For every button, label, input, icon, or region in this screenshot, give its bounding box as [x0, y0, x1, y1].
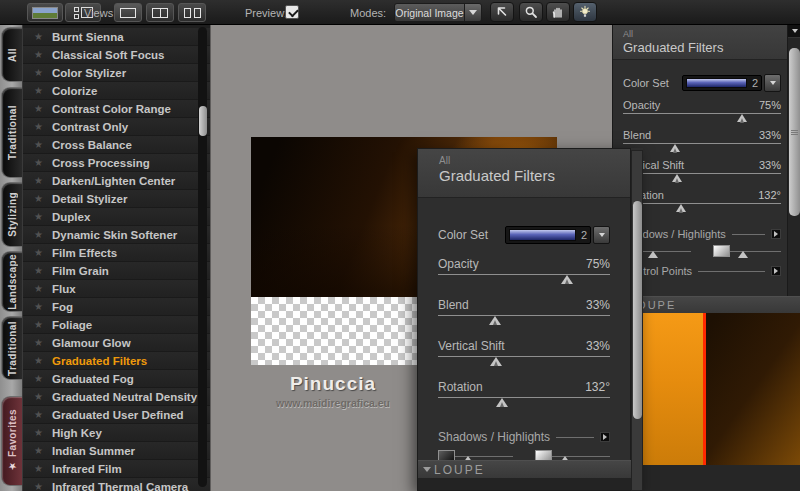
slider-handle[interactable]: [489, 316, 501, 325]
split-view-button[interactable]: [146, 3, 174, 22]
filter-item[interactable]: ★Colorize: [23, 82, 210, 100]
loupe-section-bar[interactable]: LOUPE: [418, 460, 642, 478]
star-icon[interactable]: ★: [34, 373, 45, 384]
filter-item[interactable]: ★Burnt Sienna: [23, 28, 210, 46]
slider-track[interactable]: [623, 203, 781, 212]
category-tab-all[interactable]: All: [1, 27, 22, 82]
star-icon[interactable]: ★: [34, 481, 45, 491]
filter-item[interactable]: ★Glamour Glow: [23, 334, 210, 352]
slider-track[interactable]: [438, 274, 610, 285]
modes-dropdown-arrow-button[interactable]: [464, 4, 481, 21]
filter-item[interactable]: ★Cross Balance: [23, 136, 210, 154]
highlights-slider[interactable]: [713, 245, 781, 257]
modes-dropdown[interactable]: Original Image: [394, 3, 482, 22]
slider-handle[interactable]: [561, 275, 573, 284]
panel-scrollbar-track[interactable]: [787, 25, 800, 296]
slider-handle[interactable]: [676, 204, 686, 212]
slider-handle[interactable]: [670, 144, 680, 152]
preview-checkbox[interactable]: [285, 5, 299, 19]
star-icon[interactable]: ★: [34, 355, 45, 366]
slider-track[interactable]: [438, 356, 610, 367]
star-icon[interactable]: ★: [34, 121, 45, 132]
filter-item[interactable]: ★Cross Processing: [23, 154, 210, 172]
color-set-dropdown-button[interactable]: [764, 74, 781, 92]
category-tab-stylizing[interactable]: Stylizing: [1, 182, 22, 247]
category-tab-landscape[interactable]: Landscape: [1, 251, 22, 312]
thumbnail-view-button[interactable]: [27, 3, 63, 22]
star-icon[interactable]: ★: [34, 103, 45, 114]
pan-tool-button[interactable]: [546, 2, 570, 22]
star-icon[interactable]: ★: [34, 427, 45, 438]
star-icon[interactable]: ★: [34, 85, 45, 96]
star-icon[interactable]: ★: [34, 319, 45, 330]
star-icon[interactable]: ★: [34, 301, 45, 312]
slider-track[interactable]: [438, 315, 610, 326]
scrollbar-arrow-icon[interactable]: [788, 25, 800, 38]
expand-arrow-button[interactable]: [600, 432, 610, 442]
color-set-dropdown-button[interactable]: [593, 226, 610, 244]
expand-arrow-button[interactable]: [771, 229, 781, 239]
filter-item[interactable]: ★Contrast Only: [23, 118, 210, 136]
filter-item[interactable]: ★Foliage: [23, 316, 210, 334]
single-view-button[interactable]: [114, 3, 142, 22]
slider-handle[interactable]: [648, 251, 658, 258]
star-icon[interactable]: ★: [34, 247, 45, 258]
filter-item[interactable]: ★Dynamic Skin Softener: [23, 226, 210, 244]
color-set-swatch-frame[interactable]: 2: [682, 75, 762, 91]
star-icon[interactable]: ★: [34, 229, 45, 240]
filter-item[interactable]: ★Graduated Fog: [23, 370, 210, 388]
slider-track[interactable]: [438, 397, 610, 408]
star-icon[interactable]: ★: [34, 49, 45, 60]
category-tab-traditional[interactable]: Traditional: [1, 316, 22, 380]
star-icon[interactable]: ★: [34, 283, 45, 294]
slider-handle[interactable]: [738, 251, 748, 258]
slider-handle[interactable]: [490, 357, 502, 366]
filter-item[interactable]: ★Duplex: [23, 208, 210, 226]
filter-item[interactable]: ★Contrast Color Range: [23, 100, 210, 118]
slider-track[interactable]: [623, 173, 781, 182]
filter-list-scrollbar-track[interactable]: [198, 27, 207, 487]
filter-item[interactable]: ★Fog: [23, 298, 210, 316]
star-icon[interactable]: ★: [34, 31, 45, 42]
filter-item[interactable]: ★Indian Summer: [23, 442, 210, 460]
star-icon[interactable]: ★: [34, 139, 45, 150]
filter-item[interactable]: ★Graduated User Defined: [23, 406, 210, 424]
star-icon[interactable]: ★: [34, 67, 45, 78]
filter-item[interactable]: ★High Key: [23, 424, 210, 442]
star-icon[interactable]: ★: [34, 175, 45, 186]
filter-item[interactable]: ★Film Grain: [23, 262, 210, 280]
filter-item[interactable]: ★Color Stylizer: [23, 64, 210, 82]
star-icon[interactable]: ★: [34, 391, 45, 402]
category-tab-traditional[interactable]: Traditional: [1, 87, 22, 178]
star-icon[interactable]: ★: [34, 337, 45, 348]
filter-item[interactable]: ★Infrared Thermal Camera: [23, 478, 210, 491]
category-tab-favorites[interactable]: ★ Favorites: [1, 396, 22, 486]
star-icon[interactable]: ★: [34, 193, 45, 204]
filter-item[interactable]: ★Graduated Neutral Density: [23, 388, 210, 406]
star-icon[interactable]: ★: [34, 463, 45, 474]
filter-item[interactable]: ★Graduated Filters: [23, 352, 210, 370]
panel-scrollbar-track[interactable]: [631, 150, 643, 491]
filter-item[interactable]: ★Classical Soft Focus: [23, 46, 210, 64]
filter-list-scrollbar-thumb[interactable]: [199, 106, 207, 136]
slider-track[interactable]: [623, 143, 781, 152]
expand-arrow-button[interactable]: [771, 266, 781, 276]
filter-item[interactable]: ★Flux: [23, 280, 210, 298]
zoom-tool-button[interactable]: [519, 2, 543, 22]
filter-item[interactable]: ★Film Effects: [23, 244, 210, 262]
color-set-swatch-frame[interactable]: 2: [505, 226, 591, 244]
select-tool-button[interactable]: [490, 2, 514, 22]
filter-item[interactable]: ★Detail Stylizer: [23, 190, 210, 208]
star-icon[interactable]: ★: [34, 445, 45, 456]
star-icon[interactable]: ★: [34, 409, 45, 420]
slider-handle[interactable]: [496, 398, 508, 407]
panel-scrollbar-thumb[interactable]: [633, 201, 642, 419]
star-icon[interactable]: ★: [34, 157, 45, 168]
filter-item[interactable]: ★Infrared Film: [23, 460, 210, 478]
slider-handle[interactable]: [737, 114, 747, 122]
slider-track[interactable]: [623, 113, 781, 122]
star-icon[interactable]: ★: [34, 265, 45, 276]
side-by-side-view-button[interactable]: [178, 3, 206, 22]
slider-handle[interactable]: [672, 174, 682, 182]
star-icon[interactable]: ★: [34, 211, 45, 222]
